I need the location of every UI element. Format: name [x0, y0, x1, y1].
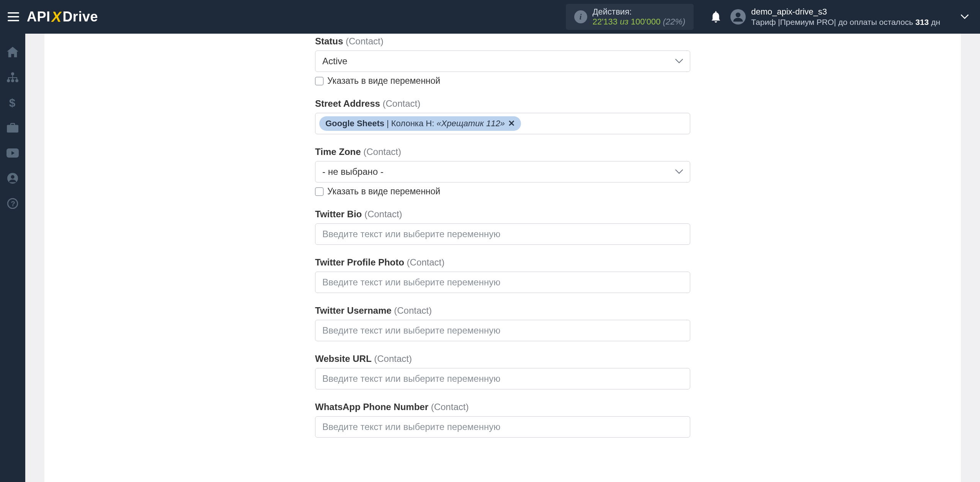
sidebar-item-help[interactable]: ?	[0, 191, 25, 216]
sidebar-item-profile[interactable]	[0, 166, 25, 191]
logo-text-api: API	[27, 9, 51, 25]
input-whatsapp[interactable]: Введите текст или выберите переменную	[315, 416, 690, 438]
checkbox-timezone[interactable]	[315, 187, 323, 196]
user-icon	[732, 11, 744, 23]
chevron-down-icon	[675, 59, 683, 64]
tariff-days: 313	[915, 18, 929, 26]
actions-counter[interactable]: i Действия: 22'133 из 100'000 (22%)	[566, 4, 694, 30]
sidebar-item-billing[interactable]: $	[0, 90, 25, 115]
label-status-bold: Status	[315, 36, 343, 46]
info-icon: i	[574, 10, 587, 23]
actions-count: 22'133	[593, 17, 617, 26]
input-twitter-username[interactable]: Введите текст или выберите переменную	[315, 320, 690, 341]
sidebar-item-home[interactable]	[0, 40, 25, 64]
input-whatsapp-placeholder: Введите текст или выберите переменную	[322, 422, 500, 432]
username: demo_apix-drive_s3	[751, 7, 940, 17]
label-twitter-photo-sub: (Contact)	[407, 257, 445, 267]
input-street-address[interactable]: Google Sheets | Колонка H: «Хрещатик 112…	[315, 113, 690, 134]
select-timezone[interactable]: - не выбрано -	[315, 161, 690, 182]
svg-text:$: $	[9, 96, 15, 109]
checkbox-status-label: Указать в виде переменной	[327, 76, 440, 86]
input-twitter-bio[interactable]: Введите текст или выберите переменную	[315, 223, 690, 245]
main: Status (Contact) Active Указать в виде п…	[25, 34, 980, 482]
field-whatsapp: WhatsApp Phone Number (Contact) Введите …	[315, 402, 690, 438]
chip-sep: |	[387, 119, 389, 129]
input-twitter-username-placeholder: Введите текст или выберите переменную	[322, 325, 500, 336]
briefcase-icon	[7, 123, 18, 133]
variable-chip[interactable]: Google Sheets | Колонка H: «Хрещатик 112…	[319, 116, 521, 131]
svg-point-7	[15, 79, 18, 82]
svg-rect-1	[8, 16, 19, 18]
svg-point-5	[7, 79, 10, 82]
field-twitter-photo: Twitter Profile Photo (Contact) Введите …	[315, 257, 690, 293]
actions-total: 100'000	[631, 17, 661, 26]
input-website-url-placeholder: Введите текст или выберите переменную	[322, 373, 500, 384]
user-menu[interactable]: demo_apix-drive_s3 Тариф |Премиум PRO| д…	[730, 7, 971, 27]
checkbox-row-status: Указать в виде переменной	[315, 76, 690, 86]
help-icon: ?	[7, 198, 18, 209]
label-website-url: Website URL (Contact)	[315, 353, 690, 364]
user-text: demo_apix-drive_s3 Тариф |Премиум PRO| д…	[751, 7, 940, 27]
label-website-url-bold: Website URL	[315, 353, 372, 364]
field-twitter-username: Twitter Username (Contact) Введите текст…	[315, 305, 690, 341]
svg-point-6	[11, 79, 14, 82]
label-twitter-bio: Twitter Bio (Contact)	[315, 209, 690, 220]
actions-values: 22'133 из 100'000 (22%)	[593, 17, 686, 27]
actions-label: Действия:	[593, 7, 686, 17]
svg-text:?: ?	[11, 200, 15, 208]
avatar	[730, 9, 746, 24]
actions-text: Действия: 22'133 из 100'000 (22%)	[593, 7, 686, 27]
label-whatsapp-sub: (Contact)	[431, 402, 469, 412]
card: Status (Contact) Active Указать в виде п…	[44, 34, 961, 482]
svg-point-4	[11, 72, 14, 75]
label-status-sub: (Contact)	[346, 36, 384, 46]
label-street-sub: (Contact)	[383, 98, 421, 109]
hamburger-icon	[8, 12, 19, 21]
label-twitter-username: Twitter Username (Contact)	[315, 305, 690, 316]
tariff-rest2: дн	[929, 18, 940, 26]
dollar-icon: $	[9, 96, 16, 109]
input-twitter-photo[interactable]: Введите текст или выберите переменную	[315, 272, 690, 293]
checkbox-status[interactable]	[315, 77, 323, 85]
connections-icon	[7, 72, 19, 83]
sidebar-item-connections[interactable]	[0, 65, 25, 90]
label-twitter-photo: Twitter Profile Photo (Contact)	[315, 257, 690, 268]
label-status: Status (Contact)	[315, 36, 690, 47]
youtube-icon	[7, 148, 19, 158]
select-status[interactable]: Active	[315, 50, 690, 72]
label-timezone: Time Zone (Contact)	[315, 147, 690, 157]
field-timezone: Time Zone (Contact) - не выбрано - Указа…	[315, 147, 690, 197]
svg-point-11	[11, 175, 14, 179]
input-twitter-photo-placeholder: Введите текст или выберите переменную	[322, 277, 500, 288]
user-chevron	[961, 15, 969, 19]
notifications-button[interactable]	[709, 10, 723, 24]
chip-remove-icon[interactable]: ✕	[508, 119, 515, 129]
field-status: Status (Contact) Active Указать в виде п…	[315, 36, 690, 86]
field-website-url: Website URL (Contact) Введите текст или …	[315, 353, 690, 389]
sidebar-item-briefcase[interactable]	[0, 116, 25, 140]
input-website-url[interactable]: Введите текст или выберите переменную	[315, 368, 690, 389]
label-twitter-bio-bold: Twitter Bio	[315, 209, 362, 219]
chip-source: Google Sheets	[325, 119, 384, 129]
header: API X Drive i Действия: 22'133 из 100'00…	[0, 0, 980, 34]
label-twitter-username-bold: Twitter Username	[315, 305, 392, 316]
home-icon	[7, 47, 18, 57]
hamburger-menu[interactable]	[7, 10, 20, 23]
tariff-prefix: Тариф |	[751, 18, 780, 26]
label-website-url-sub: (Contact)	[374, 353, 412, 364]
sidebar-item-video[interactable]	[0, 141, 25, 165]
select-timezone-value: - не выбрано -	[322, 166, 675, 177]
label-street-bold: Street Address	[315, 98, 380, 109]
svg-rect-2	[8, 20, 19, 21]
logo[interactable]: API X Drive	[27, 9, 98, 25]
label-street: Street Address (Contact)	[315, 98, 690, 109]
tariff-rest1: до оплаты осталось	[836, 18, 915, 26]
logo-text-x: X	[50, 9, 63, 25]
label-twitter-photo-bold: Twitter Profile Photo	[315, 257, 404, 267]
tariff-line: Тариф |Премиум PRO| до оплаты осталось 3…	[751, 17, 940, 27]
profile-icon	[7, 173, 18, 184]
layout: $ ? Status (Contact)	[0, 34, 980, 482]
field-street-address: Street Address (Contact) Google Sheets |…	[315, 98, 690, 134]
chevron-down-icon	[961, 15, 969, 19]
tariff-name: Премиум PRO	[780, 18, 834, 26]
